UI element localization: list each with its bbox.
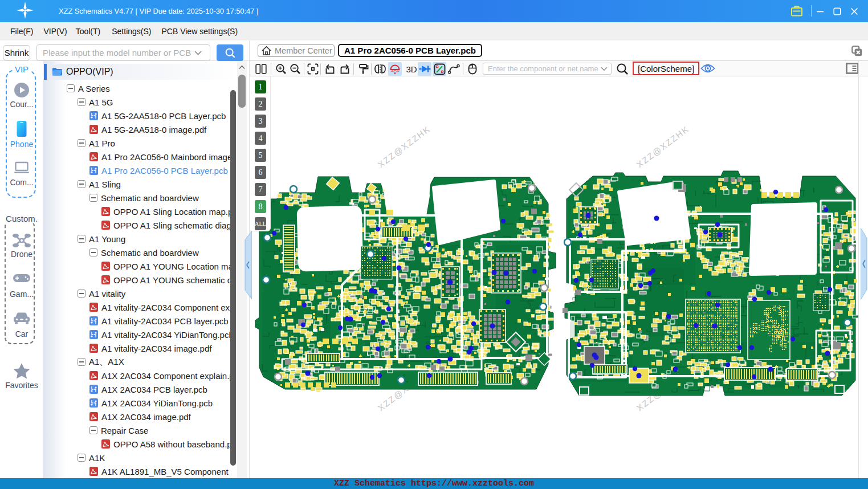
svg-text:XZZ@XZZHK: XZZ@XZZHK [376,124,433,169]
svg-text:XZZ@XZZHK: XZZ@XZZHK [635,124,691,169]
